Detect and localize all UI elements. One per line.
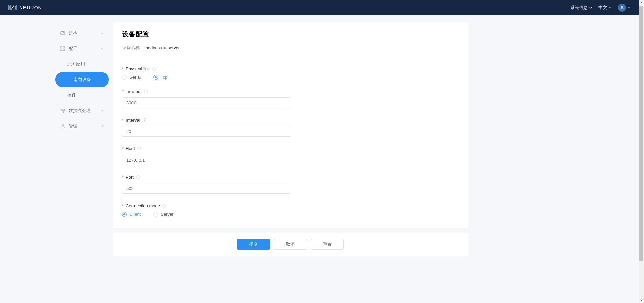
timeout-input[interactable] bbox=[122, 97, 290, 108]
scroll-up-icon[interactable] bbox=[639, 0, 644, 5]
field-physical-link: * Physical link Serial Tcp bbox=[122, 66, 459, 80]
radio-client[interactable]: Client bbox=[122, 212, 141, 217]
scrollbar[interactable] bbox=[639, 0, 644, 303]
user-icon bbox=[60, 123, 65, 129]
field-host: * Host bbox=[122, 146, 459, 165]
port-input[interactable] bbox=[122, 183, 290, 194]
reset-button[interactable]: 重置 bbox=[311, 239, 344, 250]
required-marker: * bbox=[122, 146, 124, 151]
sidebar-item-monitor[interactable]: 监控 bbox=[55, 26, 109, 41]
field-label: Host bbox=[126, 146, 135, 151]
info-icon[interactable] bbox=[142, 118, 147, 122]
info-icon[interactable] bbox=[162, 204, 166, 208]
info-icon[interactable] bbox=[144, 89, 148, 94]
sidebar-item-data-stream[interactable]: 数据流处理 bbox=[55, 103, 109, 118]
brand-text: NEURON bbox=[19, 5, 42, 10]
svg-point-7 bbox=[63, 112, 64, 113]
chevron-down-icon bbox=[101, 109, 104, 112]
radio-label: Client bbox=[129, 212, 141, 217]
field-label: Timeout bbox=[126, 89, 141, 94]
chevron-down-icon bbox=[101, 32, 104, 35]
chevron-down-icon bbox=[589, 6, 592, 9]
interval-input[interactable] bbox=[122, 126, 290, 137]
svg-rect-5 bbox=[63, 49, 65, 51]
sidebar-item-plugin[interactable]: 插件 bbox=[55, 87, 109, 103]
info-icon[interactable] bbox=[152, 67, 156, 71]
sidebar: 监控 配置 北向应用 南向设备 插件 bbox=[55, 15, 109, 303]
required-marker: * bbox=[122, 118, 124, 123]
page-title: 设备配置 bbox=[122, 30, 459, 39]
main-content: 设备配置 设备名称 modbus-rtu-server * Physical l… bbox=[109, 15, 639, 303]
field-label: Physical link bbox=[126, 66, 150, 71]
config-icon bbox=[60, 46, 65, 51]
sidebar-label: 南向设备 bbox=[73, 77, 91, 82]
sidebar-label: 北向应用 bbox=[67, 61, 85, 67]
data-stream-icon bbox=[60, 108, 65, 113]
radio-label: Server bbox=[161, 212, 173, 217]
field-timeout: * Timeout bbox=[122, 89, 459, 108]
footer-actions: 提交 取消 重置 bbox=[113, 233, 468, 256]
device-name-row: 设备名称 modbus-rtu-server bbox=[122, 45, 459, 51]
sidebar-label: 监控 bbox=[69, 30, 77, 36]
required-marker: * bbox=[122, 89, 124, 94]
language-menu[interactable]: 中文 bbox=[598, 5, 612, 11]
brand-logo[interactable]: NEURON bbox=[8, 4, 42, 11]
radio-icon bbox=[153, 212, 158, 217]
field-interval: * Interval bbox=[122, 118, 459, 137]
app-header: NEURON 系统信息 中文 bbox=[0, 0, 639, 15]
language-label: 中文 bbox=[598, 5, 607, 11]
field-connection-mode: * Connection mode Client Server bbox=[122, 203, 459, 217]
svg-rect-2 bbox=[61, 47, 62, 48]
chevron-down-icon bbox=[608, 6, 612, 9]
svg-point-8 bbox=[62, 124, 63, 126]
required-marker: * bbox=[122, 66, 124, 71]
radio-icon bbox=[153, 75, 158, 80]
header-right: 系统信息 中文 bbox=[570, 4, 631, 12]
radio-label: Serial bbox=[129, 75, 141, 80]
monitor-icon bbox=[60, 31, 65, 36]
sidebar-label: 数据流处理 bbox=[69, 107, 91, 114]
svg-point-0 bbox=[621, 6, 623, 8]
scroll-thumb[interactable] bbox=[639, 6, 643, 261]
sidebar-item-south-device[interactable]: 南向设备 bbox=[55, 72, 109, 87]
sidebar-item-config[interactable]: 配置 bbox=[55, 41, 109, 56]
sidebar-label: 配置 bbox=[69, 46, 77, 52]
required-marker: * bbox=[122, 203, 124, 208]
radio-server[interactable]: Server bbox=[153, 212, 173, 217]
required-marker: * bbox=[122, 175, 124, 180]
chevron-down-icon bbox=[627, 6, 631, 9]
radio-label: Tcp bbox=[161, 75, 167, 80]
config-card: 设备配置 设备名称 modbus-rtu-server * Physical l… bbox=[113, 22, 468, 228]
sidebar-label: 插件 bbox=[67, 92, 76, 97]
info-icon[interactable] bbox=[136, 175, 140, 179]
sidebar-item-north-app[interactable]: 北向应用 bbox=[55, 56, 109, 72]
field-label: Port bbox=[126, 175, 134, 180]
logo-icon bbox=[8, 4, 17, 11]
host-input[interactable] bbox=[122, 155, 290, 165]
svg-rect-3 bbox=[63, 47, 65, 48]
system-info-label: 系统信息 bbox=[570, 5, 588, 11]
system-info-menu[interactable]: 系统信息 bbox=[570, 5, 592, 11]
cancel-button[interactable]: 取消 bbox=[274, 239, 307, 250]
chevron-down-icon bbox=[101, 124, 104, 128]
field-port: * Port bbox=[122, 175, 459, 194]
avatar bbox=[618, 4, 626, 12]
sidebar-item-manage[interactable]: 管理 bbox=[55, 118, 109, 134]
info-icon[interactable] bbox=[137, 146, 141, 151]
header-left: NEURON bbox=[8, 4, 42, 11]
svg-rect-4 bbox=[61, 49, 62, 51]
radio-serial[interactable]: Serial bbox=[122, 75, 141, 80]
chevron-up-icon bbox=[101, 47, 104, 50]
radio-icon bbox=[122, 212, 127, 217]
device-name-label: 设备名称 bbox=[122, 45, 140, 51]
scroll-down-icon[interactable] bbox=[639, 298, 644, 303]
radio-tcp[interactable]: Tcp bbox=[153, 75, 167, 80]
sidebar-label: 管理 bbox=[69, 123, 77, 129]
radio-icon bbox=[122, 75, 127, 80]
svg-point-6 bbox=[64, 109, 65, 110]
field-label: Connection mode bbox=[126, 203, 160, 208]
field-label: Interval bbox=[126, 118, 140, 123]
device-name-value: modbus-rtu-server bbox=[144, 45, 180, 50]
user-menu[interactable] bbox=[618, 4, 631, 12]
submit-button[interactable]: 提交 bbox=[237, 239, 270, 250]
